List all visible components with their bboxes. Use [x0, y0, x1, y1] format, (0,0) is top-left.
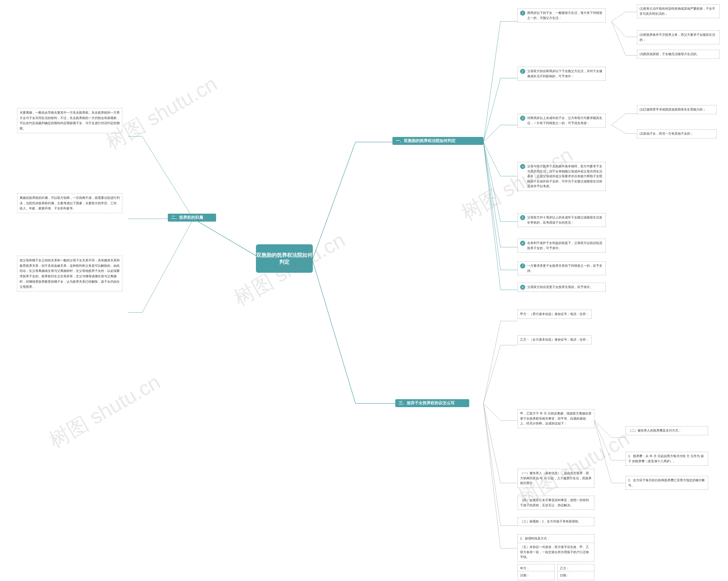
watermark-text-4: 树图 shutu.cn	[44, 368, 165, 454]
svg-line-39	[484, 404, 500, 526]
contract-intro: 甲、乙双方于 年 月 日协议离婚，现就双方离婚后变更子女抚养权等相关事宜，经平等…	[518, 409, 594, 428]
svg-line-11	[484, 142, 500, 176]
svg-line-33	[484, 345, 500, 404]
svg-line-41	[484, 404, 500, 548]
center-label: 双胞胎的抚养权法院如何判定	[256, 252, 313, 265]
item-num: 2	[520, 69, 525, 74]
section-one-item-5: 5 父母双方对十周岁以上的未成年子女随父或随母生活发生争执的，应考虑该子女的意见…	[518, 213, 606, 227]
section-one-item-3: 3 对两周岁以上未成年的子女，父方和母方均要求随其生活，一方有下列情形之一的，可…	[518, 114, 606, 128]
svg-line-17	[484, 142, 500, 270]
svg-line-31	[484, 321, 500, 404]
section-one-item1-sub3: (3)因其他原因，子女确无法随母方生活的。	[637, 50, 720, 59]
item-num: 6	[520, 241, 525, 246]
svg-line-45	[594, 420, 612, 460]
contract-item1-sub-2: 2、女方应于每月的日前将抚养费汇至男方指定的银行帐号。	[626, 476, 708, 490]
item-num: 5	[520, 215, 525, 220]
section-two-header: 二、抚养权的归属	[168, 214, 216, 222]
section-one-item-7: 7 一方要求变更子女抚养关系有下列情形之一的，应予支持。	[518, 261, 606, 275]
svg-line-21	[612, 12, 626, 21]
section-one-item-1: 1 两周岁以下的子女，一般随母方生活，母方有下列情形之一的，可随父方生活：	[518, 8, 606, 23]
section-two-box3: 祖父母和继子女之间的关系和一般的父母子女关系不同，具有姻亲关系和敌育抚养关系，但…	[17, 256, 122, 292]
svg-line-7	[484, 78, 500, 142]
svg-line-35	[484, 404, 500, 420]
contract-party-b: 乙方：（女方基本信息）身份证号：电话：住所：	[518, 335, 592, 344]
item-num: 1	[520, 10, 525, 16]
section-one-item-6: 6 在有利于保护子女利益的前提下，父母双方以协议轮流抚养子女的，可予准许。	[518, 239, 606, 253]
section-two-box2: 离婚后抚养权的归属，可以双方协商，一旦协商不成，就需要法院进行判决，法院判决抚养…	[17, 193, 122, 213]
contract-item1-sub-1: 1、抚养费：从 年 月 日起由男方每月付给 方 元作为 孩子 的抚养费（直至满十…	[626, 452, 708, 466]
section-one-item3-sub1: (1)已做绝育手术或因其他原因丧失生育能力的；	[637, 105, 717, 114]
svg-line-13	[484, 142, 500, 222]
svg-line-15	[484, 142, 500, 247]
svg-line-29	[612, 125, 626, 134]
section-two-box1: 夫妻离婚，一般也会导致夫妻其中一方失去抚养权。失去抚养权的一方男方去与子女共同生…	[17, 108, 122, 133]
section-one-item-4: 4 父母与母方抚养子女的条件基本相同，双方均要求子女与其共同生活，但子女单独随父…	[518, 162, 606, 191]
contract-item5: （五）本协议一式叁份，双方签字后生效，甲、乙双方各持一份，一份交派出所办理孩子的…	[518, 543, 594, 562]
contract-party-a: 甲方：（男方基本信息）身份证号：电话：住所：	[518, 310, 592, 319]
contract-date-b: 日期：	[557, 571, 594, 580]
section-one-item1-sub1: (1)患有久治不愈的传染性疾病或其他严重疾病，子女不宜与其共同生活的；	[637, 4, 720, 18]
contract-item3: （四）如遇其它未尽事宜应时事宜，按照一切有利于孩子的原则，互谅互让，协议解决。	[518, 496, 594, 510]
contract-item1: （一）被扶养人（基本信息），原由女方抚养，双方协商同意自 年 月 日起，儿子随男…	[518, 469, 594, 488]
section-one-header: 一、双胞胎的抚养权法院如何判定	[392, 137, 484, 145]
svg-line-5	[484, 21, 500, 142]
section-one-item-2: 2 父母双方协议两周岁以下子女随父方生活，并对子女健康成长无不利影响的，可予准许…	[518, 67, 606, 81]
svg-line-23	[612, 21, 626, 37]
svg-line-27	[612, 114, 626, 125]
section-one-item-8: 8 父母双方协议变更子女抚养关系的，应予准许。	[518, 283, 606, 292]
canvas: 双胞胎的抚养权法院如何判定 一、双胞胎的抚养权法院如何判定 1 两周岁以下的子女…	[0, 0, 728, 581]
item-num: 7	[520, 264, 525, 269]
contract-item2-visitation: （三）探视权：1、女方对孩子享有探望权。	[518, 517, 594, 526]
svg-line-2	[193, 219, 256, 256]
svg-line-25	[612, 21, 626, 55]
svg-line-53	[142, 219, 193, 312]
contract-pickup-time: 2、探望时间及方式：	[518, 534, 594, 543]
svg-line-49	[142, 136, 193, 219]
svg-line-37	[484, 404, 500, 483]
contract-date-a: 日期：	[518, 571, 554, 580]
svg-line-19	[484, 142, 500, 290]
svg-line-9	[484, 125, 500, 142]
svg-line-47	[594, 420, 612, 483]
svg-line-3	[313, 261, 356, 404]
section-one-item1-sub2: (2)有抚养条件不尽抚养义务，而父方要求子女随其生活的；	[637, 30, 720, 44]
contract-item1-sub-header: （二）被扶养人的抚养费及支付方式：	[626, 426, 708, 435]
section-one-item3-sub2: (2)其他子女，而另一方有其他子女的；	[637, 129, 717, 138]
svg-line-43	[594, 420, 612, 438]
item-num: 4	[520, 164, 525, 169]
item-num: 3	[520, 116, 525, 121]
svg-line-0	[313, 142, 356, 258]
item-num: 8	[520, 285, 525, 290]
section-three-header: 三、放弃子女抚养权协议怎么写	[395, 399, 469, 407]
center-node: 双胞胎的抚养权法院如何判定	[256, 244, 313, 273]
